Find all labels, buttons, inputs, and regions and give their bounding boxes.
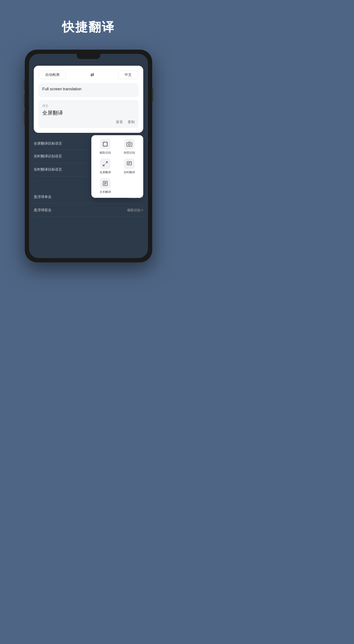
input-text[interactable]: Full screen translation [38, 83, 139, 97]
fullscreen-icon [100, 158, 110, 169]
settings-row-label: 悬浮球单击 [34, 195, 51, 199]
target-lang-button[interactable]: 中文 [118, 70, 139, 79]
settings-row-label: 实时翻译识别语言 [34, 154, 62, 158]
quick-action-popup: 截取识别 拍照识别 [91, 135, 143, 198]
result-label: 译文 [42, 104, 135, 108]
svg-line-2 [106, 162, 107, 163]
mute-button [24, 80, 25, 90]
page-title: 快捷翻译 [62, 19, 115, 36]
settings-row-label: 全屏翻译目标语言 [34, 141, 62, 146]
volume-down-button [24, 111, 25, 125]
svg-rect-0 [103, 142, 107, 146]
qa-item-camera[interactable]: 拍照识别 [119, 139, 140, 155]
source-lang-button[interactable]: 自动检测 [38, 70, 66, 79]
result-area: 译文 全屏翻译 发音 复制 [38, 100, 139, 128]
svg-point-1 [128, 144, 130, 145]
qa-label-fullscreen: 全屏翻译 [100, 170, 111, 174]
volume-up-button [24, 93, 25, 108]
settings-row-value: 截取识别 > [127, 208, 143, 212]
qa-label-screenshot: 截取识别 [100, 151, 111, 155]
settings-row-label: 悬浮球双击 [34, 208, 51, 212]
text-translate-icon [100, 178, 110, 188]
result-actions: 发音 复制 [42, 120, 135, 124]
settings-row-float-double[interactable]: 悬浮球双击 截取识别 > [34, 204, 143, 217]
result-text: 全屏翻译 [42, 110, 135, 116]
svg-line-3 [103, 164, 105, 166]
phone-notch [77, 54, 100, 59]
power-button [152, 88, 153, 102]
qa-item-fullscreen-translate[interactable]: 全屏翻译 [95, 158, 115, 174]
qa-label-realtime: 实时翻译 [124, 170, 135, 174]
qa-item-realtime-translate[interactable]: 实时翻译 [119, 158, 140, 174]
settings-row-label: 实时翻译目标语言 [34, 167, 62, 172]
qa-label-text: 文本翻译 [100, 190, 111, 194]
phone-mockup: 自动检测 ⇄ 中文 Full screen translation 译文 全屏翻… [25, 50, 152, 262]
phone-screen: 自动检测 ⇄ 中文 Full screen translation 译文 全屏翻… [29, 54, 148, 258]
svg-rect-4 [127, 162, 132, 165]
settings-area: 全屏翻译目标语言 中文 > 截取识别 [29, 133, 148, 217]
qa-item-text-translate[interactable]: 文本翻译 [95, 178, 115, 194]
screenshot-icon [100, 139, 110, 149]
qa-label-camera: 拍照识别 [124, 151, 135, 155]
language-bar: 自动检测 ⇄ 中文 [38, 70, 139, 79]
swap-icon[interactable]: ⇄ [90, 72, 94, 78]
copy-button[interactable]: 复制 [128, 120, 135, 124]
realtime-icon [124, 158, 135, 169]
pronounce-button[interactable]: 发音 [116, 120, 123, 124]
translation-card: 自动检测 ⇄ 中文 Full screen translation 译文 全屏翻… [34, 66, 143, 133]
camera-icon [124, 139, 135, 149]
qa-item-screenshot[interactable]: 截取识别 [95, 139, 115, 155]
